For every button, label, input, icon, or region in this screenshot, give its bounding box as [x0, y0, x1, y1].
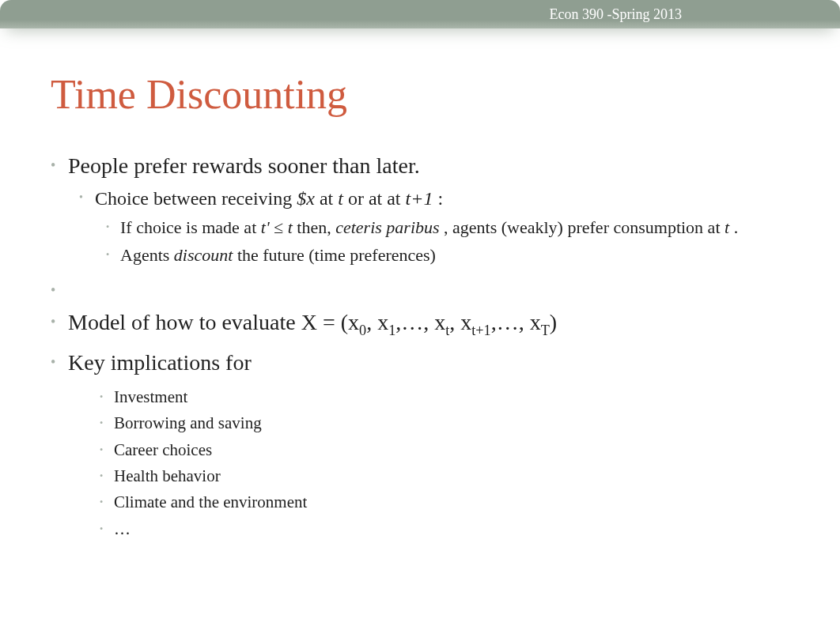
bullet-text: Climate and the environment — [114, 492, 307, 511]
slide-title: Time Discounting — [51, 71, 808, 118]
bullet-list-level2: Choice between receiving $x at t or at a… — [79, 186, 808, 268]
text-fragment: , x — [366, 310, 388, 334]
text-fragment: the future (time preferences) — [237, 245, 436, 265]
bullet-text: People prefer rewards sooner than later. — [68, 153, 420, 178]
text-fragment: t — [338, 188, 343, 209]
slide: Econ 390 -Spring 2013 Time Discounting P… — [0, 0, 840, 630]
text-fragment: Model of how to evaluate — [68, 310, 301, 334]
text-fragment: t' ≤ t — [261, 217, 293, 237]
bullet-item: Borrowing and saving — [100, 412, 808, 435]
bullet-text: Investment — [114, 387, 187, 406]
text-fragment: t+1 — [406, 188, 433, 209]
text-fragment: If choice is made at — [120, 217, 261, 237]
bullet-item: Agents discount the future (time prefere… — [106, 243, 808, 268]
header-bar — [0, 0, 840, 28]
text-fragment: Choice between receiving — [95, 188, 297, 209]
text-fragment: ceteris paribus — [335, 217, 439, 237]
bullet-list-level3: Investment Borrowing and saving Career c… — [100, 386, 808, 541]
bullet-list-level3: If choice is made at t' ≤ t then, ceteri… — [106, 216, 808, 268]
bullet-item: Model of how to evaluate X = (x0, x1,…, … — [51, 307, 808, 340]
text-fragment: then, — [297, 217, 335, 237]
text-fragment: at — [320, 188, 338, 209]
text-fragment: : — [437, 188, 443, 209]
bullet-item: People prefer rewards sooner than later.… — [51, 151, 808, 268]
bullet-item: … — [100, 518, 808, 541]
text-fragment: . — [734, 217, 739, 237]
text-fragment: $x — [297, 188, 315, 209]
subscript: 0 — [359, 322, 366, 338]
bullet-text: Borrowing and saving — [114, 413, 262, 432]
text-fragment: discount — [174, 245, 233, 265]
text-fragment: or at at — [348, 188, 406, 209]
text-fragment: , x — [449, 310, 471, 334]
text-fragment: ) — [550, 310, 557, 334]
text-fragment: X = (x — [301, 310, 359, 334]
bullet-item: Choice between receiving $x at t or at a… — [79, 186, 808, 268]
slide-content: Time Discounting People prefer rewards s… — [51, 71, 808, 549]
subscript: T — [541, 322, 550, 338]
text-fragment: ,…, x — [491, 310, 541, 334]
bullet-text: Health behavior — [114, 466, 221, 485]
bullet-text: Career choices — [114, 440, 212, 459]
bullet-item: If choice is made at t' ≤ t then, ceteri… — [106, 216, 808, 240]
subscript: t+1 — [471, 322, 490, 338]
bullet-item: Investment — [100, 386, 808, 409]
bullet-item: Health behavior — [100, 465, 808, 488]
text-fragment: , agents (weakly) prefer consumption at — [444, 217, 725, 237]
bullet-item: Key implications for Investment Borrowin… — [51, 348, 808, 541]
bullet-item: Climate and the environment — [100, 491, 808, 514]
text-fragment: Agents — [120, 245, 174, 265]
bullet-item: Career choices — [100, 439, 808, 462]
bullet-list-level1: People prefer rewards sooner than later.… — [51, 151, 808, 541]
header-course-text: Econ 390 -Spring 2013 — [550, 6, 682, 23]
subscript: 1 — [388, 322, 395, 338]
text-fragment: ,…, x — [395, 310, 445, 334]
text-fragment: t — [725, 217, 729, 237]
bullet-text: … — [114, 519, 131, 538]
bullet-text: Key implications for — [68, 350, 252, 375]
spacer — [51, 276, 808, 300]
